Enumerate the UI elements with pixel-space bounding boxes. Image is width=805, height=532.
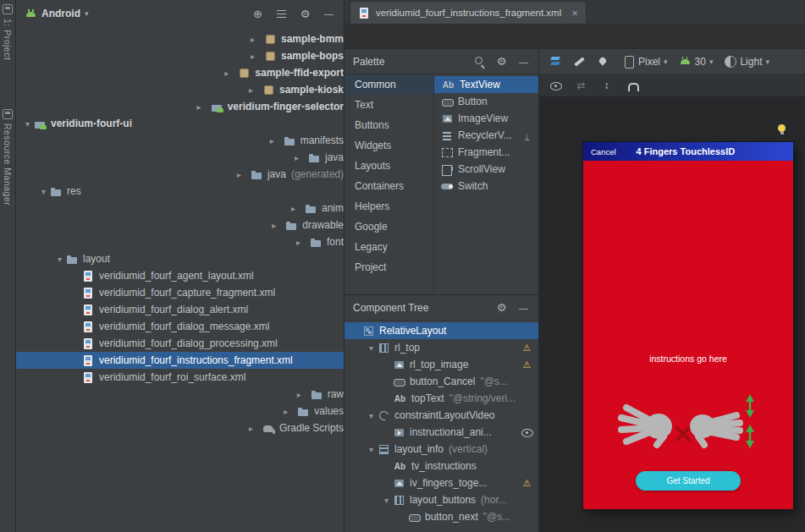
visibility-icon[interactable]: [521, 426, 533, 439]
tree-item-veridiumid-fourf-capture-fragment-xml[interactable]: veridiumid_fourf_capture_fragment.xml: [16, 284, 344, 301]
tree-item-relativelayout[interactable]: RelativeLayout: [345, 322, 538, 339]
tree-item-layout-buttons[interactable]: layout_buttons(hor...: [345, 491, 538, 508]
tree-item-values[interactable]: values: [16, 403, 344, 420]
palette-category-helpers[interactable]: Helpers: [345, 196, 433, 217]
device-selector[interactable]: Pixel: [622, 55, 668, 68]
tree-item-veridium-finger-selector[interactable]: veridium-finger-selector: [16, 98, 344, 115]
tree-item-res[interactable]: res: [16, 183, 344, 200]
palette-category-google[interactable]: Google: [345, 217, 433, 237]
close-icon[interactable]: ×: [571, 7, 578, 19]
preview-get-started-button[interactable]: Get Started: [636, 471, 741, 491]
gear-icon[interactable]: [495, 55, 508, 68]
stripe-project-button[interactable]: 1: Project: [3, 4, 13, 60]
chevron-right-icon[interactable]: [266, 136, 278, 145]
tree-item-veridium-fourf-ui[interactable]: veridium-fourf-ui: [16, 115, 344, 132]
swap-arrows-icon[interactable]: [575, 80, 587, 92]
chevron-right-icon[interactable]: [220, 69, 233, 78]
chevron-down-icon[interactable]: [380, 496, 393, 505]
tree-item-sample-bmm[interactable]: sample-bmm: [16, 30, 344, 47]
theme-selector[interactable]: Light: [724, 55, 769, 68]
tree-item-sample-kiosk[interactable]: sample-kiosk: [16, 81, 344, 98]
chevron-right-icon[interactable]: [267, 221, 280, 230]
palette-item-fragment[interactable]: Fragment...: [434, 144, 538, 161]
chevron-right-icon[interactable]: [245, 424, 257, 433]
chevron-down-icon[interactable]: [365, 445, 378, 454]
palette-item-switch[interactable]: Switch: [434, 178, 538, 195]
collapse-all-icon[interactable]: [275, 8, 288, 20]
palette-category-buttons[interactable]: Buttons: [345, 115, 433, 135]
palette-category-common[interactable]: Common: [345, 74, 433, 95]
api-selector[interactable]: 30: [679, 55, 714, 68]
stripe-resource-manager-button[interactable]: Resource Manager: [3, 109, 13, 206]
visibility-icon[interactable]: [549, 80, 562, 92]
hide-panel-icon[interactable]: [323, 8, 335, 20]
palette-category-widgets[interactable]: Widgets: [345, 135, 433, 156]
chevron-right-icon[interactable]: [290, 153, 303, 162]
chevron-down-icon[interactable]: [37, 187, 50, 196]
search-icon[interactable]: [473, 55, 486, 68]
palette-category-project[interactable]: Project: [345, 257, 433, 277]
chevron-down-icon[interactable]: [53, 255, 66, 264]
tree-item-java[interactable]: java: [16, 149, 344, 166]
minimize-icon[interactable]: [517, 301, 530, 314]
tree-item-toptext[interactable]: topText"@string/veri...: [345, 390, 538, 407]
chevron-right-icon[interactable]: [246, 52, 259, 61]
chevron-right-icon[interactable]: [287, 204, 300, 213]
resize-vertical-icon[interactable]: [600, 80, 613, 92]
project-view-selector[interactable]: Android: [25, 8, 89, 20]
tree-item-button-cancel[interactable]: button_Cancel"@s...: [345, 373, 538, 390]
chevron-right-icon[interactable]: [246, 35, 259, 44]
tree-item-iv-fingers-toge[interactable]: iv_fingers_toge...: [345, 474, 538, 491]
chevron-right-icon[interactable]: [193, 102, 206, 112]
chevron-right-icon[interactable]: [233, 170, 245, 179]
chevron-right-icon[interactable]: [293, 390, 306, 399]
chevron-down-icon[interactable]: [21, 119, 34, 129]
palette-category-containers[interactable]: Containers: [345, 176, 433, 196]
tree-item-rl-top-image[interactable]: rl_top_image: [345, 356, 538, 373]
tree-item-veridiumid-fourf-dialog-message-xml[interactable]: veridiumid_fourf_dialog_message.xml: [16, 318, 344, 335]
editor-tab[interactable]: veridiumid_fourf_instructions_fragment.x…: [350, 1, 587, 24]
palette-item-recyclerv[interactable]: RecyclerV...: [434, 127, 538, 144]
eraser-icon[interactable]: [573, 55, 586, 68]
tree-item-sample-ffid-export[interactable]: sample-ffid-export: [16, 64, 344, 81]
tree-item-anim[interactable]: anim: [16, 200, 344, 217]
chevron-down-icon[interactable]: [365, 343, 378, 353]
palette-item-textview[interactable]: TextView: [434, 76, 538, 93]
tree-item-sample-bops[interactable]: sample-bops: [16, 47, 344, 64]
color-picker-icon[interactable]: [597, 55, 609, 68]
layers-icon[interactable]: [549, 55, 562, 68]
tree-item-veridiumid-fourf-instructions-fragment-xml[interactable]: veridiumid_fourf_instructions_fragment.x…: [16, 352, 344, 369]
tree-item-veridiumid-fourf-roi-surface-xml[interactable]: veridiumid_fourf_roi_surface.xml: [16, 369, 344, 386]
palette-item-button[interactable]: Button: [434, 93, 538, 110]
chevron-right-icon[interactable]: [245, 85, 257, 95]
chevron-down-icon[interactable]: [365, 411, 378, 420]
tree-item-constraintlayoutvideo[interactable]: constraintLayoutVideo: [345, 407, 538, 424]
magnet-icon[interactable]: [626, 80, 638, 92]
palette-item-imageview[interactable]: ImageView: [434, 110, 538, 127]
tree-item-manifests[interactable]: manifests: [16, 132, 344, 149]
tree-item-instructional-ani[interactable]: instructional_ani...: [345, 424, 538, 441]
tree-item-veridiumid-fourf-dialog-processing-xml[interactable]: veridiumid_fourf_dialog_processing.xml: [16, 335, 344, 352]
tree-item-layout[interactable]: layout: [16, 250, 344, 267]
lightbulb-icon[interactable]: [777, 124, 786, 134]
tree-item-tv-instructions[interactable]: tv_instructions: [345, 458, 538, 474]
palette-item-scrollview[interactable]: ScrollView: [434, 161, 538, 178]
tree-item-font[interactable]: font: [16, 233, 344, 250]
gear-icon[interactable]: [495, 301, 508, 314]
tree-item-java[interactable]: java(generated): [16, 166, 344, 183]
tree-item-drawable[interactable]: drawable: [16, 217, 344, 233]
settings-gear-icon[interactable]: [299, 8, 312, 20]
download-icon[interactable]: [521, 129, 533, 142]
tree-item-veridiumid-fourf-agent-layout-xml[interactable]: veridiumid_fourf_agent_layout.xml: [16, 267, 344, 284]
tree-item-rl-top[interactable]: rl_top: [345, 339, 538, 356]
tree-item-raw[interactable]: raw: [16, 386, 344, 403]
preview-cancel-button[interactable]: Cancel: [591, 147, 616, 156]
tree-item-veridiumid-fourf-dialog-alert-xml[interactable]: veridiumid_fourf_dialog_alert.xml: [16, 301, 344, 318]
tree-item-gradle-scripts[interactable]: Gradle Scripts: [16, 420, 344, 436]
palette-category-layouts[interactable]: Layouts: [345, 156, 433, 176]
palette-category-legacy[interactable]: Legacy: [345, 237, 433, 257]
chevron-right-icon[interactable]: [279, 407, 292, 416]
tree-item-layout-info[interactable]: layout_info(vertical): [345, 441, 538, 458]
palette-category-text[interactable]: Text: [345, 95, 433, 115]
minimize-icon[interactable]: [517, 55, 530, 68]
